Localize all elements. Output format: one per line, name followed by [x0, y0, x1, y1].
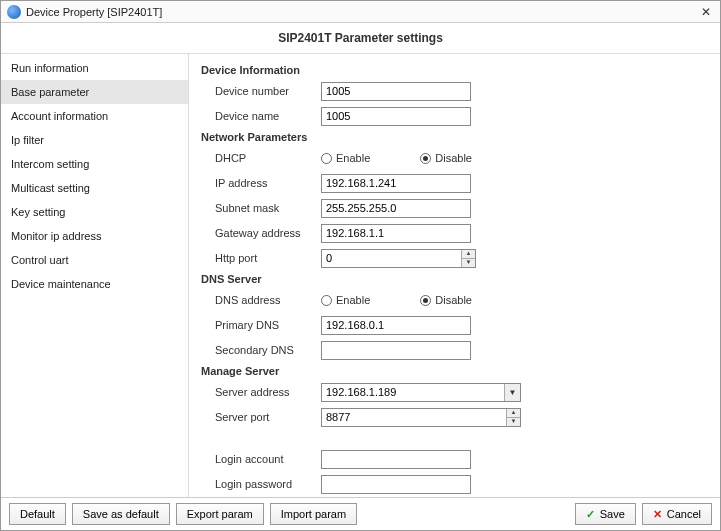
- sidebar-item-multicast-setting[interactable]: Multicast setting: [1, 176, 188, 200]
- sidebar-item-ip-filter[interactable]: Ip filter: [1, 128, 188, 152]
- spin-down-icon[interactable]: ▼: [462, 259, 475, 267]
- sidebar-item-account-information[interactable]: Account information: [1, 104, 188, 128]
- import-param-button[interactable]: Import param: [270, 503, 357, 525]
- sidebar: Run information Base parameter Account i…: [1, 54, 189, 497]
- login-password-label: Login password: [201, 478, 321, 490]
- gateway-address-label: Gateway address: [201, 227, 321, 239]
- save-as-default-button[interactable]: Save as default: [72, 503, 170, 525]
- primary-dns-input[interactable]: [321, 316, 471, 335]
- spin-down-icon[interactable]: ▼: [507, 418, 520, 426]
- radio-label: Enable: [336, 294, 370, 306]
- button-label: Cancel: [667, 508, 701, 520]
- subnet-mask-label: Subnet mask: [201, 202, 321, 214]
- spin-arrows: ▲▼: [461, 250, 475, 267]
- spin-up-icon[interactable]: ▲: [462, 250, 475, 259]
- login-password-input[interactable]: [321, 475, 471, 494]
- dns-enable-radio[interactable]: Enable: [321, 294, 370, 306]
- titlebar: Device Property [SIP2401T] ✕: [1, 1, 720, 23]
- server-address-combo[interactable]: ▼: [321, 383, 521, 402]
- gateway-address-input[interactable]: [321, 224, 471, 243]
- section-device-information: Device Information: [201, 64, 708, 76]
- secondary-dns-input[interactable]: [321, 341, 471, 360]
- radio-icon: [420, 295, 431, 306]
- ip-address-label: IP address: [201, 177, 321, 189]
- dns-disable-radio[interactable]: Disable: [420, 294, 472, 306]
- button-label: Import param: [281, 508, 346, 520]
- page-subtitle: SIP2401T Parameter settings: [1, 23, 720, 54]
- dhcp-label: DHCP: [201, 152, 321, 164]
- radio-icon: [321, 153, 332, 164]
- sidebar-item-intercom-setting[interactable]: Intercom setting: [1, 152, 188, 176]
- dhcp-radio-group: Enable Disable: [321, 152, 472, 164]
- x-icon: ✕: [653, 508, 662, 521]
- device-number-label: Device number: [201, 85, 321, 97]
- server-address-label: Server address: [201, 386, 321, 398]
- button-label: Save: [600, 508, 625, 520]
- button-label: Save as default: [83, 508, 159, 520]
- server-address-input[interactable]: [322, 384, 504, 401]
- sidebar-item-control-uart[interactable]: Control uart: [1, 248, 188, 272]
- main-panel: Device Information Device number Device …: [189, 54, 720, 497]
- footer: Default Save as default Export param Imp…: [1, 497, 720, 530]
- dns-address-label: DNS address: [201, 294, 321, 306]
- device-name-input[interactable]: [321, 107, 471, 126]
- section-network-parameters: Network Parameters: [201, 131, 708, 143]
- button-label: Default: [20, 508, 55, 520]
- app-icon: [7, 5, 21, 19]
- sidebar-item-key-setting[interactable]: Key setting: [1, 200, 188, 224]
- device-name-label: Device name: [201, 110, 321, 122]
- secondary-dns-label: Secondary DNS: [201, 344, 321, 356]
- spin-up-icon[interactable]: ▲: [507, 409, 520, 418]
- cancel-button[interactable]: ✕Cancel: [642, 503, 712, 525]
- server-port-spin[interactable]: ▲▼: [321, 408, 521, 427]
- content-area: Run information Base parameter Account i…: [1, 54, 720, 497]
- radio-label: Enable: [336, 152, 370, 164]
- login-account-input[interactable]: [321, 450, 471, 469]
- login-account-label: Login account: [201, 453, 321, 465]
- export-param-button[interactable]: Export param: [176, 503, 264, 525]
- sidebar-item-monitor-ip-address[interactable]: Monitor ip address: [1, 224, 188, 248]
- dhcp-enable-radio[interactable]: Enable: [321, 152, 370, 164]
- section-manage-server: Manage Server: [201, 365, 708, 377]
- http-port-label: Http port: [201, 252, 321, 264]
- primary-dns-label: Primary DNS: [201, 319, 321, 331]
- radio-label: Disable: [435, 294, 472, 306]
- sidebar-item-run-information[interactable]: Run information: [1, 56, 188, 80]
- spin-arrows: ▲▼: [506, 409, 520, 426]
- server-port-label: Server port: [201, 411, 321, 423]
- server-port-input[interactable]: [322, 409, 506, 426]
- radio-icon: [321, 295, 332, 306]
- default-button[interactable]: Default: [9, 503, 66, 525]
- sidebar-item-base-parameter[interactable]: Base parameter: [1, 80, 188, 104]
- window-title: Device Property [SIP2401T]: [26, 6, 698, 18]
- subnet-mask-input[interactable]: [321, 199, 471, 218]
- chevron-down-icon[interactable]: ▼: [504, 384, 520, 401]
- sidebar-item-device-maintenance[interactable]: Device maintenance: [1, 272, 188, 296]
- button-label: Export param: [187, 508, 253, 520]
- dns-address-radio-group: Enable Disable: [321, 294, 472, 306]
- check-icon: ✓: [586, 508, 595, 521]
- http-port-spin[interactable]: ▲▼: [321, 249, 476, 268]
- dhcp-disable-radio[interactable]: Disable: [420, 152, 472, 164]
- http-port-input[interactable]: [322, 250, 461, 267]
- radio-icon: [420, 153, 431, 164]
- ip-address-input[interactable]: [321, 174, 471, 193]
- radio-label: Disable: [435, 152, 472, 164]
- device-number-input[interactable]: [321, 82, 471, 101]
- section-dns-server: DNS Server: [201, 273, 708, 285]
- close-icon[interactable]: ✕: [698, 4, 714, 20]
- save-button[interactable]: ✓Save: [575, 503, 636, 525]
